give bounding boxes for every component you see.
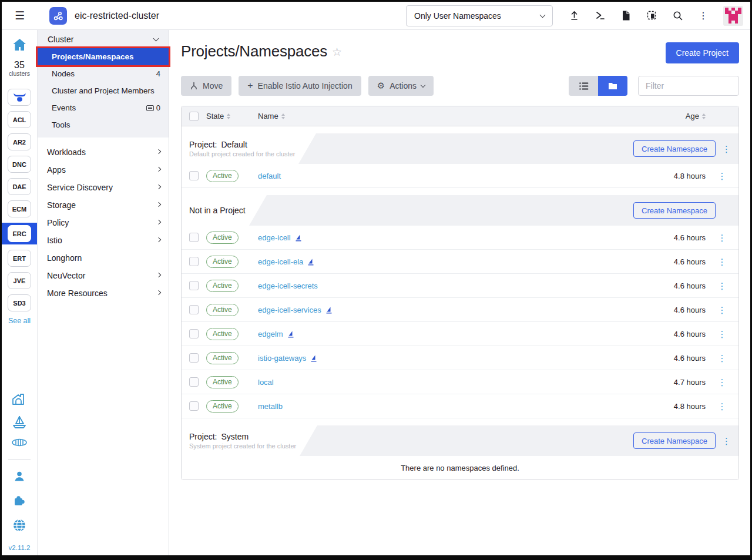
create-namespace-button[interactable]: Create Namespace: [633, 202, 716, 219]
age-cell: 4.6 hours: [617, 257, 706, 266]
column-header-age[interactable]: Age: [686, 112, 706, 120]
sidebar-item-storage[interactable]: Storage: [38, 196, 169, 214]
row-menu-icon[interactable]: ⋮: [718, 306, 727, 314]
sidebar-item-more-resources[interactable]: More Resources: [38, 284, 169, 302]
create-namespace-button[interactable]: Create Namespace: [633, 432, 716, 449]
row-checkbox[interactable]: [189, 329, 199, 338]
events-icon: [146, 105, 154, 111]
row-checkbox[interactable]: [189, 353, 199, 363]
column-header-name[interactable]: Name: [258, 112, 285, 120]
table-row: Active edgelm 4.6 hours ⋮: [182, 322, 738, 346]
sidebar-item-neuvector[interactable]: NeuVector: [38, 267, 169, 284]
namespace-link[interactable]: metallb: [258, 402, 283, 411]
fleet-sailboat-icon[interactable]: [12, 415, 27, 429]
upload-icon[interactable]: [561, 10, 587, 21]
actions-dropdown-button[interactable]: ⚙ Actions: [368, 76, 434, 96]
column-header-state[interactable]: State: [206, 112, 258, 120]
create-project-button[interactable]: Create Project: [666, 42, 739, 63]
cluster-rail: 35 clusters ACL AR2 DNC DAE ECM ERC ERT …: [2, 30, 38, 557]
row-menu-icon[interactable]: ⋮: [718, 378, 727, 387]
group-menu-icon[interactable]: ⋮: [722, 437, 731, 445]
namespace-link[interactable]: edge-icell-services: [258, 306, 321, 314]
cluster-section-header[interactable]: Cluster: [38, 30, 169, 48]
row-menu-icon[interactable]: ⋮: [718, 281, 727, 290]
cluster-shortcut-acl[interactable]: ACL: [8, 111, 31, 128]
row-menu-icon[interactable]: ⋮: [718, 402, 727, 411]
sidebar-item-istio[interactable]: Istio: [38, 232, 169, 249]
select-all-checkbox[interactable]: [189, 112, 199, 121]
table-row: Active metallb 4.8 hours ⋮: [182, 394, 738, 418]
sidebar-item-tools[interactable]: Tools: [38, 116, 169, 133]
sidebar-item-apps[interactable]: Apps: [38, 161, 169, 179]
sidebar-item-events[interactable]: Events 0: [38, 99, 169, 116]
sidebar-item-service-discovery[interactable]: Service Discovery: [38, 179, 169, 196]
extensions-puzzle-icon[interactable]: [12, 494, 26, 508]
docs-icon[interactable]: [613, 10, 639, 21]
version-label[interactable]: v2.11.2: [9, 544, 31, 551]
user-avatar[interactable]: [723, 6, 743, 26]
globe-icon[interactable]: [12, 518, 26, 532]
cluster-name: eic-restricted-cluster: [75, 11, 159, 21]
header-kebab-icon[interactable]: ⋮: [690, 10, 716, 21]
chevron-right-icon: [156, 166, 161, 171]
namespace-link[interactable]: local: [258, 378, 274, 387]
namespace-link[interactable]: edge-icell: [258, 233, 291, 242]
user-settings-icon[interactable]: [13, 470, 26, 483]
cluster-shortcut-dnc[interactable]: DNC: [8, 156, 31, 173]
sidebar-item-cluster-members[interactable]: Cluster and Project Members: [38, 82, 169, 99]
row-checkbox[interactable]: [189, 377, 199, 387]
cluster-shortcut-jve[interactable]: JVE: [8, 272, 31, 289]
cluster-logo-icon: [49, 7, 67, 25]
hamburger-menu-icon[interactable]: ☰: [15, 10, 25, 21]
row-menu-icon[interactable]: ⋮: [718, 257, 727, 266]
group-menu-icon[interactable]: ⋮: [722, 145, 731, 153]
see-all-link[interactable]: See all: [8, 317, 31, 325]
cluster-shortcut-rancher[interactable]: [8, 89, 31, 106]
home-icon[interactable]: [12, 38, 27, 52]
cluster-shortcut-dae[interactable]: DAE: [8, 178, 31, 195]
favorite-star-icon[interactable]: ☆: [332, 45, 342, 59]
table-row: Active edge-icell-services 4.6 hours ⋮: [182, 298, 738, 322]
sidebar-item-projects-namespaces[interactable]: Projects/Namespaces: [38, 48, 169, 65]
namespace-link[interactable]: edgelm: [258, 330, 283, 338]
namespace-link[interactable]: default: [258, 172, 281, 180]
sidebar-item-nodes[interactable]: Nodes 4: [38, 65, 169, 82]
grouped-view-button[interactable]: [598, 76, 627, 96]
row-checkbox[interactable]: [189, 281, 199, 290]
list-view-button[interactable]: [569, 76, 598, 96]
cluster-shortcut-ecm[interactable]: ECM: [8, 200, 31, 217]
namespace-link[interactable]: istio-gateways: [258, 354, 306, 363]
sidebar-item-longhorn[interactable]: Longhorn: [38, 249, 169, 267]
namespace-filter-dropdown[interactable]: Only User Namespaces: [406, 5, 553, 26]
row-checkbox[interactable]: [189, 257, 199, 266]
row-checkbox[interactable]: [189, 401, 199, 411]
namespace-link[interactable]: edge-icell-ela: [258, 257, 303, 266]
row-menu-icon[interactable]: ⋮: [718, 330, 727, 338]
row-checkbox[interactable]: [189, 233, 199, 242]
age-cell: 4.7 hours: [617, 378, 706, 387]
row-checkbox[interactable]: [189, 171, 199, 180]
filter-input[interactable]: [638, 76, 739, 96]
longhorn-rope-icon[interactable]: [11, 438, 28, 447]
harvester-icon[interactable]: [12, 392, 27, 406]
cluster-brand[interactable]: eic-restricted-cluster: [49, 7, 159, 25]
row-checkbox[interactable]: [189, 305, 199, 314]
row-menu-icon[interactable]: ⋮: [718, 233, 727, 242]
enable-istio-auto-injection-button[interactable]: + Enable Istio Auto Injection: [239, 76, 361, 96]
cluster-shortcut-ert[interactable]: ERT: [8, 250, 31, 267]
kubectl-shell-icon[interactable]: [587, 10, 613, 21]
row-menu-icon[interactable]: ⋮: [718, 354, 727, 363]
cluster-shortcut-ar2[interactable]: AR2: [8, 133, 31, 150]
import-yaml-icon[interactable]: [639, 10, 664, 21]
cluster-shortcut-sd3[interactable]: SD3: [8, 294, 31, 311]
namespace-link[interactable]: edge-icell-secrets: [258, 281, 318, 290]
create-namespace-button[interactable]: Create Namespace: [633, 140, 716, 157]
cluster-shortcut-erc-active[interactable]: ERC: [8, 225, 31, 242]
row-menu-icon[interactable]: ⋮: [718, 172, 727, 180]
sidebar-item-policy[interactable]: Policy: [38, 214, 169, 232]
empty-namespaces-message: There are no namespaces defined.: [182, 456, 738, 479]
move-button[interactable]: Move: [181, 76, 231, 96]
status-badge: Active: [206, 352, 239, 364]
search-icon[interactable]: [664, 10, 690, 21]
sidebar-item-workloads[interactable]: Workloads: [38, 143, 169, 161]
